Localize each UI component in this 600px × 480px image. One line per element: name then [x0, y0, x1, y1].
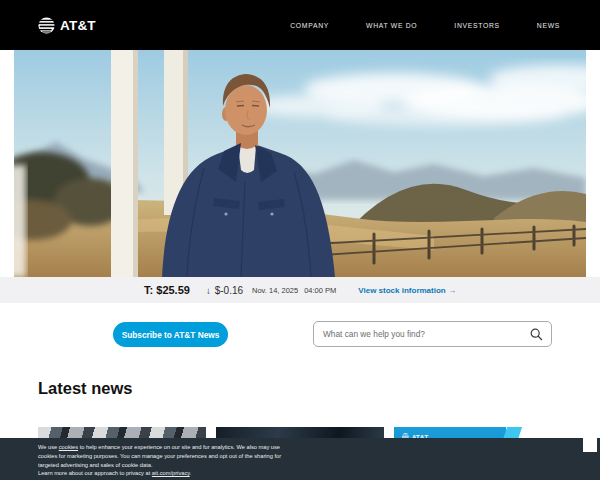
cookie-text-segment: .: [190, 470, 192, 476]
cookie-text-segment: We use: [38, 444, 59, 450]
privacy-link[interactable]: att.com/privacy: [152, 470, 190, 476]
search-input[interactable]: [314, 329, 530, 339]
hero-scene-illustration: [14, 50, 586, 277]
main-nav: COMPANY WHAT WE DO INVESTORS NEWS: [290, 22, 560, 29]
site-header: AT&T COMPANY WHAT WE DO INVESTORS NEWS: [0, 0, 600, 50]
att-globe-icon: [38, 17, 55, 34]
att-newsroom-page: AT&T COMPANY WHAT WE DO INVESTORS NEWS: [0, 0, 600, 480]
nav-item-what-we-do[interactable]: WHAT WE DO: [366, 22, 417, 29]
stock-date: Nov. 14, 2025: [252, 286, 298, 295]
corner-white-box: [583, 437, 597, 452]
stock-down-arrow-icon: ↓: [206, 285, 211, 296]
search-box: [313, 321, 552, 347]
stock-ticker-bar: T: $25.59 ↓ $-0.16 Nov. 14, 2025 04:00 P…: [0, 277, 600, 303]
view-stock-information-link[interactable]: View stock information →: [358, 286, 456, 295]
latest-news-heading: Latest news: [38, 379, 132, 398]
att-logo-text: AT&T: [60, 18, 96, 33]
stock-change: $-0.16: [215, 285, 243, 296]
stock-time: 04:00 PM: [304, 286, 336, 295]
cookie-consent-banner: We use cookies to help enhance your expe…: [0, 438, 600, 480]
hero-video-still: [14, 50, 586, 277]
nav-item-company[interactable]: COMPANY: [290, 22, 329, 29]
head: [225, 85, 267, 135]
att-logo[interactable]: AT&T: [38, 17, 96, 34]
subscribe-button[interactable]: Subscribe to AT&T News: [113, 322, 228, 347]
nav-item-investors[interactable]: INVESTORS: [454, 22, 499, 29]
nav-item-news[interactable]: NEWS: [537, 22, 560, 29]
cookie-text-segment: Learn more about our approach to privacy…: [38, 470, 152, 476]
cookie-consent-text: We use cookies to help enhance your expe…: [38, 443, 290, 478]
search-icon[interactable]: [530, 328, 543, 341]
cookies-link[interactable]: cookies: [59, 444, 78, 450]
stock-price: T: $25.59: [144, 284, 190, 296]
